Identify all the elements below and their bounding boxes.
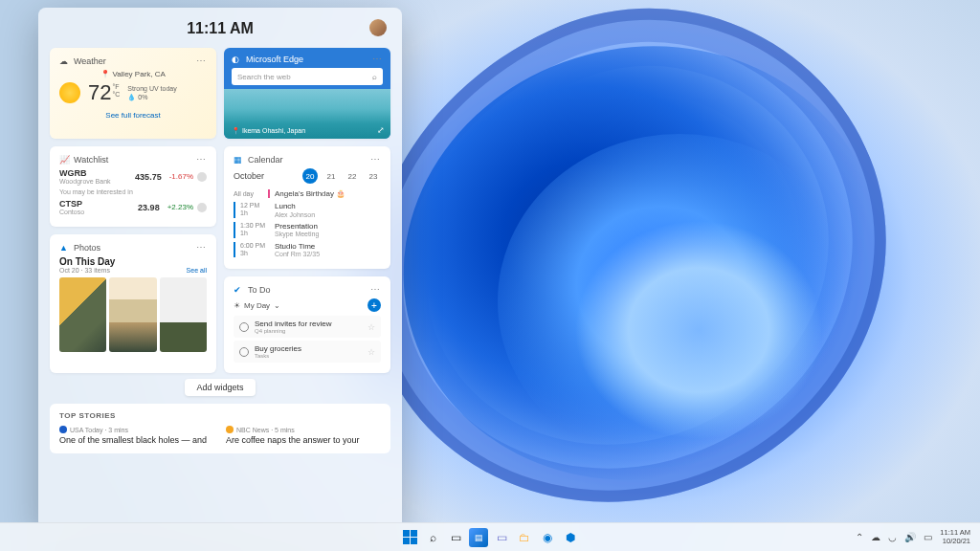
start-button[interactable] xyxy=(400,528,419,547)
photos-card[interactable]: ▲ Photos ⋯ On This Day Oct 20 · 33 items… xyxy=(50,234,216,373)
calendar-icon: ▦ xyxy=(234,155,243,165)
location-pin-icon: 📍 xyxy=(100,70,110,78)
task-checkbox[interactable] xyxy=(239,322,249,332)
taskbar: ⌕ ▭ ▤ ▭ 🗀 ◉ ⬢ ⌃ ☁ ◡ 🔊 ▭ 11:11 AM 10/20/2… xyxy=(0,522,980,551)
system-tray: ⌃ ☁ ◡ 🔊 ▭ 11:11 AM 10/20/21 xyxy=(856,529,980,545)
edge-card[interactable]: ◐ Microsoft Edge ⋯ Search the web ⌕ 📍 Ik… xyxy=(224,48,390,139)
todo-title: To Do xyxy=(248,285,271,295)
news-heading: TOP STORIES xyxy=(59,411,381,420)
chevron-up-icon[interactable]: ⌃ xyxy=(856,532,863,542)
taskbar-center: ⌕ ▭ ▤ ▭ 🗀 ◉ ⬢ xyxy=(400,528,580,547)
calendar-day[interactable]: 20 xyxy=(302,168,318,184)
onedrive-icon[interactable]: ☁ xyxy=(871,532,880,542)
calendar-day[interactable]: 21 xyxy=(323,168,339,184)
calendar-title: Calendar xyxy=(248,155,283,165)
more-icon[interactable]: ⋯ xyxy=(370,154,381,165)
news-item[interactable]: NBC News · 5 mins Are coffee naps the an… xyxy=(226,426,381,446)
star-icon[interactable]: ☆ xyxy=(368,322,375,332)
chat-icon[interactable]: ▭ xyxy=(492,528,511,547)
task-view-icon[interactable]: ▭ xyxy=(446,528,465,547)
user-avatar[interactable] xyxy=(369,19,387,36)
edge-icon[interactable]: ◉ xyxy=(538,528,557,547)
photos-title: Photos xyxy=(74,243,100,253)
photos-sub: Oct 20 · 33 items xyxy=(59,267,110,274)
watchlist-title: Watchlist xyxy=(74,155,108,165)
add-task-button[interactable]: + xyxy=(368,298,381,312)
stock-logo xyxy=(197,203,207,212)
chart-icon: 📈 xyxy=(59,155,69,165)
stock-row[interactable]: CTSP Contoso 23.98 +2.23% xyxy=(59,199,207,215)
edge-image: 📍 Ikema Ohashi, Japan ⤢ xyxy=(224,89,390,139)
photo-thumb[interactable] xyxy=(59,277,106,352)
expand-icon[interactable]: ⤢ xyxy=(377,125,385,135)
stock-row[interactable]: WGRB Woodgrove Bank 435.75 -1.67% xyxy=(59,168,207,185)
more-icon[interactable]: ⋯ xyxy=(196,242,207,253)
explorer-icon[interactable]: 🗀 xyxy=(515,528,534,547)
battery-icon[interactable]: ▭ xyxy=(924,532,932,542)
widgets-header: 11:11 AM xyxy=(50,15,390,42)
more-icon[interactable]: ⋯ xyxy=(372,54,383,64)
calendar-day[interactable]: 23 xyxy=(366,168,381,184)
weather-title: Weather xyxy=(74,56,106,66)
star-icon[interactable]: ☆ xyxy=(368,347,375,357)
calendar-event[interactable]: 1:30 PM1h PresentationSkype Meeting xyxy=(234,222,381,238)
add-widgets-button[interactable]: Add widgets xyxy=(185,379,255,396)
source-icon xyxy=(226,426,234,433)
weather-icon: ☁ xyxy=(59,56,69,66)
photo-thumb[interactable] xyxy=(109,277,156,352)
calendar-card[interactable]: ▦ Calendar ⋯ October 20 21 22 23 All day… xyxy=(224,146,390,269)
calendar-day[interactable]: 22 xyxy=(345,168,360,184)
photos-icon: ▲ xyxy=(59,243,69,253)
calendar-month: October xyxy=(234,171,297,181)
wifi-icon[interactable]: ◡ xyxy=(888,532,897,542)
more-icon[interactable]: ⋯ xyxy=(196,154,207,165)
more-icon[interactable]: ⋯ xyxy=(196,55,207,66)
search-input[interactable]: Search the web ⌕ xyxy=(232,68,383,85)
news-card[interactable]: TOP STORIES USA Today · 3 mins One of th… xyxy=(50,404,390,453)
source-icon xyxy=(59,426,67,433)
forecast-link[interactable]: See full forecast xyxy=(59,111,207,120)
search-placeholder: Search the web xyxy=(237,73,291,81)
location-pin-icon: 📍 xyxy=(232,127,240,134)
see-all-link[interactable]: See all xyxy=(187,267,207,274)
weather-location: Valley Park, CA xyxy=(112,70,165,78)
task-item[interactable]: Send invites for reviewQ4 planning ☆ xyxy=(234,316,381,338)
allday-event[interactable]: Angela's Birthday 🎂 xyxy=(268,189,345,198)
chevron-down-icon[interactable]: ⌄ xyxy=(274,301,280,310)
myday-label: My Day xyxy=(244,301,270,310)
edge-icon: ◐ xyxy=(232,55,241,64)
edge-caption: Ikema Ohashi, Japan xyxy=(242,127,305,134)
taskbar-clock[interactable]: 11:11 AM 10/20/21 xyxy=(940,529,970,545)
search-icon[interactable]: ⌕ xyxy=(423,528,442,547)
photo-thumb[interactable] xyxy=(160,277,207,352)
edge-title: Microsoft Edge xyxy=(246,55,303,64)
news-item[interactable]: USA Today · 3 mins One of the smallest b… xyxy=(59,426,214,446)
calendar-event[interactable]: 12 PM1h LunchAlex Johnson xyxy=(234,202,381,218)
photos-heading: On This Day xyxy=(59,256,207,267)
widgets-panel: 11:11 AM ☁ Weather ⋯ 📍 Valley Park, CA 7… xyxy=(38,8,402,529)
weather-temp: 72 xyxy=(88,80,111,105)
volume-icon[interactable]: 🔊 xyxy=(904,532,916,542)
store-icon[interactable]: ⬢ xyxy=(561,528,580,547)
calendar-event[interactable]: 6:00 PM3h Studio TimeConf Rm 32/35 xyxy=(234,242,381,258)
task-checkbox[interactable] xyxy=(239,347,249,357)
todo-card[interactable]: ✔ To Do ⋯ ☀ My Day ⌄ + Send invites for … xyxy=(224,276,390,373)
sun-icon: ☀ xyxy=(234,301,240,310)
watchlist-card[interactable]: 📈 Watchlist ⋯ WGRB Woodgrove Bank 435.75… xyxy=(50,146,216,227)
widgets-icon[interactable]: ▤ xyxy=(469,528,488,547)
more-icon[interactable]: ⋯ xyxy=(370,284,381,295)
weather-card[interactable]: ☁ Weather ⋯ 📍 Valley Park, CA 72 °F°C St… xyxy=(50,48,216,139)
search-icon: ⌕ xyxy=(372,73,377,81)
interest-label: You may be interested in xyxy=(59,188,207,195)
stock-logo xyxy=(197,172,207,182)
todo-icon: ✔ xyxy=(234,285,243,295)
task-item[interactable]: Buy groceriesTasks ☆ xyxy=(234,341,381,363)
weather-condition: Strong UV today xyxy=(127,84,176,93)
weather-precip: 0% xyxy=(138,94,147,100)
sun-icon xyxy=(59,82,80,103)
widgets-clock: 11:11 AM xyxy=(187,20,254,37)
